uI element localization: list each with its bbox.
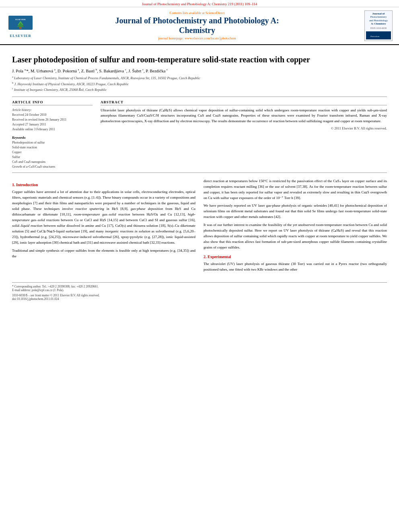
keywords-label: Keywords:	[12, 136, 93, 140]
journal-header: ELSEVIER ELSEVIER Contents lists availab…	[0, 7, 399, 45]
authors-line: J. Pola a,*, M. Urbanová a, D. Pokorná a…	[12, 68, 387, 73]
keyword-3: Copper	[12, 150, 93, 155]
info-abstract-section: ARTICLE INFO Article history: Received 2…	[12, 100, 387, 169]
svg-text:ELSEVIER: ELSEVIER	[15, 18, 26, 21]
copyright-line: © 2011 Elsevier B.V. All rights reserved…	[101, 126, 387, 130]
footnote-email-value: pola@icpf.cas.cz (J. Pola).	[32, 288, 64, 292]
body-para-1: Copper sulfides have arrested a lot of a…	[12, 189, 195, 245]
article-history: Article history: Received 24 October 201…	[12, 108, 93, 132]
affiliation-b: b J. Heyrovský Institute of Physical Che…	[12, 81, 387, 87]
article-title: Laser photodeposition of sulfur and room…	[12, 55, 387, 65]
received-revised-date: Received in revised form 26 January 2011	[12, 117, 93, 122]
keywords-list: Photodeposition of sulfur Solid-state re…	[12, 140, 93, 169]
body-right-col: direct reaction at temperatures below 15…	[204, 179, 387, 275]
affiliation-c: c Institute of Inorganic Chemistry, ASCR…	[12, 86, 387, 92]
journal-citation-link[interactable]: Journal of Photochemistry and Photobiolo…	[142, 2, 257, 6]
sciencedirect-line: Contents lists available at ScienceDirec…	[35, 11, 360, 15]
footnote-email: E-mail address: pola@icpf.cas.cz (J. Pol…	[12, 288, 387, 292]
header-center: Contents lists available at ScienceDirec…	[35, 11, 360, 40]
sciencedirect-name[interactable]: ScienceDirect	[206, 11, 225, 15]
elsevier-logo: ELSEVIER ELSEVIER	[6, 14, 35, 38]
body-intro-text: Copper sulfides have arrested a lot of a…	[12, 189, 195, 259]
body-section: 1. Introduction Copper sulfides have arr…	[12, 179, 387, 275]
journal-citation-bar: Journal of Photochemistry and Photobiolo…	[0, 0, 399, 7]
footer-note: * Corresponding author. Tel.: +420 2 203…	[12, 282, 387, 301]
thumb-title: Journal of	[366, 12, 391, 15]
received-date: Received 24 October 2010	[12, 113, 93, 117]
body-para-3: direct reaction at temperatures below 15…	[204, 179, 387, 201]
section1-heading: 1. Introduction	[12, 182, 195, 188]
affiliation-a: a Laboratory of Laser Chemistry, Institu…	[12, 75, 387, 81]
thumb-issn: ISSN 1010-6030	[366, 27, 391, 30]
abstract-text: Ultraviolet laser photolysis of thiirane…	[101, 108, 387, 124]
abstract-col: ABSTRACT Ultraviolet laser photolysis of…	[101, 100, 387, 169]
history-label: Article history:	[12, 108, 93, 113]
keyword-4: Sulfur	[12, 155, 93, 160]
divider-1	[12, 97, 387, 97]
thumb-subtitle: Photochemistryand PhotobiologyA: Chemist…	[366, 15, 391, 25]
article-info-col: ARTICLE INFO Article history: Received 2…	[12, 100, 93, 169]
footnote-corresponding: * Corresponding author. Tel.: +420 2 203…	[12, 285, 387, 288]
body-para-5: It was of our further interest to examin…	[204, 222, 387, 251]
thumb-decoration: Photochem	[366, 31, 391, 39]
article-info-header: ARTICLE INFO	[12, 100, 93, 105]
keyword-1: Photodeposition of sulfur	[12, 140, 93, 145]
divider-2	[12, 173, 387, 173]
footnote-issn: 1010-6030/$ – see front matter © 2011 El…	[12, 294, 387, 297]
keyword-5: CuS and Cu₂S nanograins	[12, 160, 93, 164]
journal-title: Journal of Photochemistry and Photobiolo…	[35, 16, 360, 35]
keyword-6: Growth of a-CuS/Cu₂S structures	[12, 164, 93, 169]
journal-thumbnail: Journal of Photochemistryand Photobiolog…	[364, 10, 393, 41]
homepage-url[interactable]: www.elsevier.com/locate/jphotochem	[185, 36, 236, 40]
abstract-header: ABSTRACT	[101, 100, 387, 105]
keywords-block: Keywords: Photodeposition of sulfur Soli…	[12, 136, 93, 169]
accepted-date: Accepted 27 January 2011	[12, 122, 93, 127]
footnote-doi: doi:10.1016/j.jphotochem.2011.01.024	[12, 297, 387, 301]
footnote-email-label: E-mail address:	[12, 288, 31, 292]
svg-rect-4	[19, 27, 22, 29]
affiliations: a Laboratory of Laser Chemistry, Institu…	[12, 75, 387, 92]
elsevier-text: ELSEVIER	[10, 34, 31, 38]
main-content: Laser photodeposition of sulfur and room…	[0, 45, 399, 309]
body-left-col: 1. Introduction Copper sulfides have arr…	[12, 179, 195, 275]
svg-text:Photochem: Photochem	[370, 35, 380, 37]
body-right-text: direct reaction at temperatures below 15…	[204, 179, 387, 273]
body-para-4: We have previously reported on UV laser …	[204, 203, 387, 220]
keyword-2: Solid-state reaction	[12, 145, 93, 150]
body-para-2: Traditional and simple synthesis of copp…	[12, 248, 195, 259]
body-para-6: The ultraviolet (UV) laser photolysis of…	[204, 261, 387, 273]
section2-heading: 2. Experimental	[204, 254, 387, 260]
journal-homepage: journal homepage: www.elsevier.com/locat…	[35, 36, 360, 40]
available-online-date: Available online 3 February 2011	[12, 127, 93, 132]
